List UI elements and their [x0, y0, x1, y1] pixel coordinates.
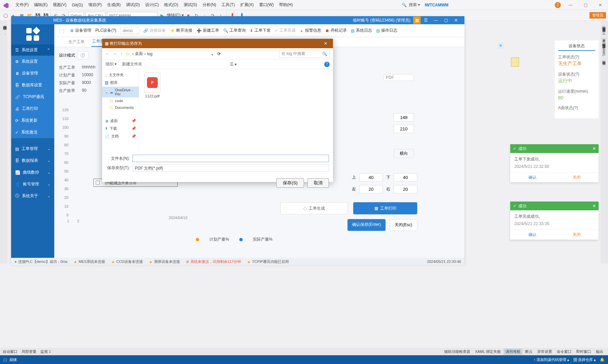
- dialog-files[interactable]: P 1122.pdf: [139, 69, 333, 153]
- chevron-down-icon[interactable]: ⌄: [211, 52, 214, 56]
- tree-downloads[interactable]: ⬇下载📌: [102, 125, 139, 132]
- minimize-icon[interactable]: —: [566, 3, 576, 7]
- tool-finishorder[interactable]: ✓工单完成: [275, 28, 296, 33]
- pos-down-input[interactable]: [394, 173, 417, 182]
- pdf-select[interactable]: PDF: [384, 74, 414, 81]
- mes-max-icon[interactable]: ▢: [441, 18, 451, 23]
- maximize-icon[interactable]: ▢: [580, 3, 590, 7]
- toast-close[interactable]: 关闭: [554, 173, 599, 182]
- tab-callstack[interactable]: 调用堆栈: [504, 348, 522, 355]
- nav-account[interactable]: 👤账号管理⌄: [11, 178, 54, 190]
- mes-close-icon[interactable]: ✕: [451, 18, 461, 23]
- toast-close[interactable]: 关闭: [554, 230, 599, 240]
- view-menu[interactable]: ☰ ▾: [230, 62, 237, 67]
- tab-command[interactable]: 命令窗口: [555, 348, 574, 355]
- nav-about[interactable]: ⓘ系统关于⌄: [11, 190, 54, 202]
- nav-back-icon[interactable]: ←: [105, 52, 110, 56]
- tool-alarm[interactable]: ▲报警信息: [300, 28, 321, 33]
- tree-docs[interactable]: 📄文档📌: [102, 132, 139, 140]
- tab-xaml-bind[interactable]: XAML 绑定失败: [473, 348, 503, 355]
- new-folder-btn[interactable]: 新建文件夹: [122, 61, 142, 67]
- organize-menu[interactable]: 组织 ▾: [105, 61, 117, 67]
- tree-home[interactable]: ⌂主文件夹: [102, 71, 139, 79]
- menu-extensions[interactable]: 扩展(X): [238, 2, 256, 8]
- menu-analyze[interactable]: 分析(N): [200, 2, 219, 8]
- menu-window[interactable]: 窗口(W): [256, 2, 276, 8]
- menu-project[interactable]: 项目(P): [86, 2, 104, 8]
- save-button[interactable]: 保存(S): [276, 178, 304, 188]
- menu-test[interactable]: 测试(S): [181, 2, 200, 8]
- menu-build[interactable]: 生成(B): [104, 2, 123, 8]
- toast-close-icon[interactable]: ✕: [592, 204, 596, 208]
- menu-git[interactable]: Git(G): [69, 3, 86, 7]
- mes-min-icon[interactable]: —: [431, 18, 441, 23]
- menu-view[interactable]: 视图(V): [50, 2, 69, 8]
- print-button[interactable]: ▦工单打印: [353, 202, 417, 214]
- tree-onedrive[interactable]: ⌄☁OneDrive - Per: [102, 87, 139, 97]
- nav-tcpip[interactable]: 🔗TCP/IP通讯: [11, 91, 54, 103]
- tab-locals[interactable]: 局部变量: [22, 349, 36, 354]
- dock-live-props[interactable]: 实时属性资源管理器: [601, 39, 607, 45]
- tool-connect[interactable]: 🔗连接设备: [143, 28, 166, 33]
- vs-left-dock[interactable]: 深圳市浪优科...: [0, 21, 7, 264]
- toast-ok[interactable]: 确认: [510, 230, 554, 240]
- tab-a11y[interactable]: 辅助功能检查器: [442, 348, 472, 355]
- nav-update[interactable]: ⟳系统更新: [11, 115, 54, 126]
- grid-icon[interactable]: ⊞: [48, 134, 53, 140]
- tab-output[interactable]: 输出: [594, 348, 605, 355]
- menu-tools[interactable]: 工具(T): [219, 2, 237, 8]
- nav-db-settings[interactable]: 🗄数据库设置: [11, 79, 54, 91]
- dock-solution-explorer[interactable]: 解决方案资源管理器: [601, 22, 607, 28]
- pos-right-input[interactable]: [394, 185, 417, 193]
- ok-checkbox[interactable]: [96, 181, 100, 185]
- tool-stop[interactable]: ⏹停机记录: [325, 28, 347, 33]
- crumb[interactable]: log: [147, 52, 152, 56]
- crumb[interactable]: 桌面: [135, 51, 143, 57]
- tree-gallery[interactable]: 🖼图库: [102, 79, 139, 87]
- tab-breakpoints[interactable]: 断点: [523, 348, 535, 355]
- filename-input[interactable]: [132, 155, 329, 162]
- tab-production[interactable]: 生产工单: [68, 37, 85, 47]
- menu-format[interactable]: 格式(O): [161, 2, 181, 8]
- menu-debug[interactable]: 调试(D): [123, 2, 143, 8]
- vs-search[interactable]: 🔍 搜索 ▾: [402, 2, 420, 8]
- hide-folders-toggle[interactable]: ⌃ 隐藏文件夹: [106, 181, 129, 186]
- notification-badge[interactable]: 2: [555, 2, 561, 8]
- menu-edit[interactable]: 编辑(E): [31, 2, 50, 8]
- tab-autos[interactable]: 自动窗口: [3, 349, 18, 354]
- refresh-icon[interactable]: ⟳: [217, 52, 221, 56]
- close-esc-button[interactable]: 关闭(Esc): [390, 219, 417, 231]
- tool-queryorder[interactable]: 🔍工单查询: [223, 28, 246, 33]
- tab-exceptions[interactable]: 异常设置: [535, 348, 554, 355]
- menu-help[interactable]: 帮助(H): [276, 2, 296, 8]
- help-icon[interactable]: ?: [324, 62, 330, 67]
- nav-reports[interactable]: 🗄数据报表⌄: [11, 155, 54, 166]
- bell-icon[interactable]: 🔔: [600, 358, 605, 362]
- nav-header[interactable]: ☰ 系统设置 ⌃: [11, 44, 54, 56]
- dock-xaml-preview[interactable]: XAML 实时预览: [601, 45, 607, 61]
- back-icon[interactable]: ◯: [2, 12, 9, 19]
- nav-system-settings[interactable]: ⚙系统设置: [11, 56, 54, 67]
- tab-immediate[interactable]: 即时窗口: [574, 348, 593, 355]
- nav-chart[interactable]: 📈曲线数控⌄: [11, 166, 54, 178]
- nav-print[interactable]: 🖨工单打印: [11, 103, 54, 115]
- orient-select[interactable]: 横向: [394, 149, 414, 158]
- val148-input[interactable]: [394, 113, 414, 122]
- tree-desktop[interactable]: 🖥桌面📌: [102, 117, 139, 125]
- plc-select[interactable]: demo: [120, 27, 139, 34]
- tool-device[interactable]: 🖥设备管理: [70, 28, 91, 33]
- drag-icon[interactable]: ⋮⋮: [58, 28, 66, 33]
- pos-up-input[interactable]: [359, 173, 383, 182]
- tree-documents[interactable]: 🗀Documents: [102, 104, 139, 111]
- nav-up-icon[interactable]: ↑: [120, 52, 122, 56]
- tool-disconnect[interactable]: ⚡断开连接: [170, 28, 192, 33]
- tool-syslog[interactable]: ▤系统日志: [351, 28, 372, 33]
- val210-input[interactable]: [394, 125, 414, 133]
- source-control[interactable]: ↑ 添加到源代码管理 ▴: [534, 357, 569, 362]
- dialog-search[interactable]: 在 log 中搜索🔍: [279, 50, 330, 58]
- file-item[interactable]: P 1122.pdf: [143, 72, 162, 98]
- pos-left-input[interactable]: [359, 185, 383, 193]
- tree-code[interactable]: 🗀code: [102, 97, 139, 104]
- tool-neworder[interactable]: ➕新建工单: [196, 28, 219, 33]
- clock-button[interactable]: 🕐: [77, 51, 88, 59]
